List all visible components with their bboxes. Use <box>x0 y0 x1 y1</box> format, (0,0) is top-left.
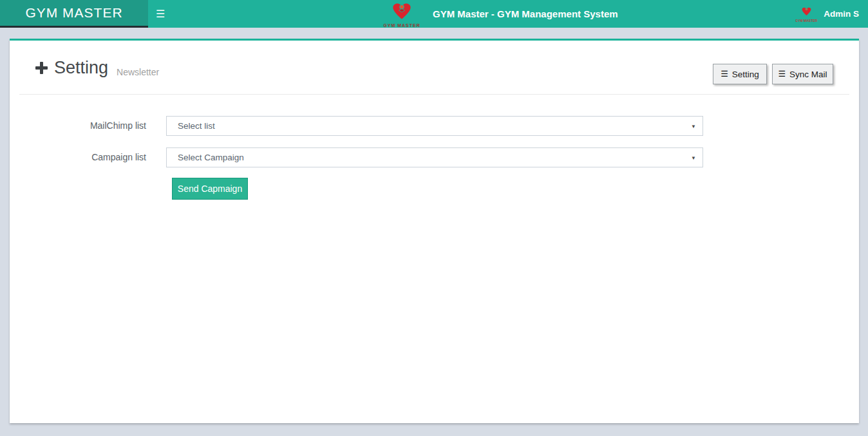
hamburger-icon: ☰ <box>156 8 165 20</box>
user-menu[interactable]: GYM MASTER Admin S <box>797 0 859 28</box>
plus-icon <box>35 62 48 74</box>
send-campaign-button[interactable]: Send Capmaign <box>172 178 248 200</box>
mailchimp-list-selected-value: Select list <box>178 121 215 131</box>
chevron-down-icon: ▼ <box>691 155 696 160</box>
campaign-list-select[interactable]: Select Campaign ▼ <box>166 147 703 167</box>
user-name: Admin S <box>824 9 859 19</box>
user-avatar-caption: GYM MASTER <box>795 19 817 23</box>
header-divider <box>19 94 849 95</box>
bars-icon: ☰ <box>778 69 786 79</box>
sync-mail-button-label: Sync Mail <box>789 70 827 79</box>
sync-mail-button[interactable]: ☰ Sync Mail <box>772 64 833 84</box>
logo-caption: GYM MASTER <box>383 23 420 28</box>
brand-text: GYM MASTER <box>25 5 122 21</box>
bars-icon: ☰ <box>721 69 728 79</box>
sidebar-toggle-button[interactable]: ☰ <box>156 0 165 28</box>
page-subtitle: Newsletter <box>117 67 159 81</box>
campaign-list-selected-value: Select Campaign <box>178 153 244 162</box>
setting-button[interactable]: ☰ Setting <box>713 64 767 84</box>
campaign-list-label: Campaign list <box>25 147 146 167</box>
setting-button-label: Setting <box>732 70 759 79</box>
settings-panel: Setting Newsletter ☰ Setting ☰ Sync Mail… <box>10 39 859 423</box>
mailchimp-list-label: MailChimp list <box>25 116 146 135</box>
page-title: Setting <box>54 58 108 78</box>
heart-logo-icon <box>391 2 413 23</box>
panel-header: Setting Newsletter <box>35 55 159 81</box>
send-campaign-button-label: Send Capmaign <box>178 184 242 194</box>
app-logo: GYM MASTER <box>382 1 421 28</box>
top-navbar: GYM MASTER ☰ GYM MASTER GYM Master - GYM… <box>0 0 868 28</box>
heart-logo-small-icon <box>801 6 812 19</box>
chevron-down-icon: ▼ <box>691 123 696 129</box>
mailchimp-list-select[interactable]: Select list ▼ <box>166 116 703 136</box>
brand-block[interactable]: GYM MASTER <box>0 0 148 28</box>
app-title: GYM Master - GYM Management System <box>433 8 618 19</box>
navbar-center: GYM MASTER GYM Master - GYM Management S… <box>382 0 618 28</box>
user-avatar: GYM MASTER <box>797 5 816 23</box>
